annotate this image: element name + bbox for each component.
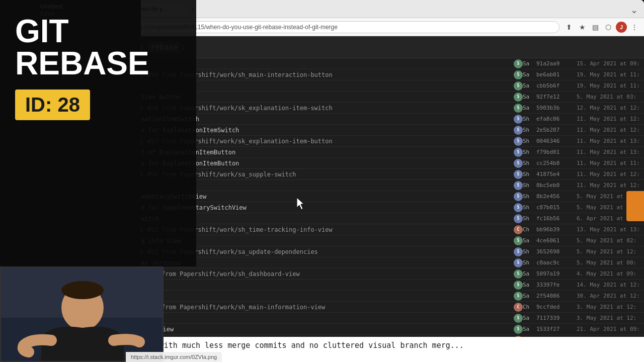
git-rebase-title: GIT REBASE	[15, 15, 181, 79]
hash: be6ab01	[533, 71, 574, 78]
hash: cc254b8	[533, 160, 574, 166]
date: 11. May 2021 at 13:	[574, 138, 644, 144]
author-col: SSh	[513, 247, 533, 256]
author-col: SSh	[513, 203, 533, 212]
author-col: SSh	[513, 137, 533, 146]
hash: 4ce6061	[533, 237, 574, 244]
date: 21. Apr 2021 at 09:	[574, 326, 644, 332]
date: 11. May 2021 at 13:	[574, 149, 644, 155]
hash: 33397fe	[533, 282, 574, 288]
hash: c87b015	[533, 204, 574, 211]
author-col: SSh	[513, 170, 533, 179]
toolbar-icons: ⬆ ★ ▤ ⬡ J ⋮	[564, 22, 640, 33]
author-col: SSa	[513, 104, 533, 113]
author-col: CCh	[513, 303, 533, 312]
author-col: SSh	[513, 126, 533, 135]
date: 19. May 2021 at 11:	[574, 82, 644, 89]
date: 3. May 2021 at 12:	[574, 304, 644, 310]
author-col: SSh	[513, 159, 533, 168]
hash: 3652698	[533, 248, 574, 255]
video-thumbnail	[0, 266, 164, 362]
author-col: SSh	[513, 258, 533, 267]
author-col: SSa	[513, 292, 533, 301]
hash: 7117339	[533, 315, 574, 321]
more-icon[interactable]: ⋮	[629, 22, 640, 33]
author-col: SSa	[513, 236, 533, 245]
hash: 8b2e456	[533, 193, 574, 200]
date: 5. May 2021 at 02:	[574, 237, 644, 244]
author-col: SSa	[513, 314, 533, 323]
hash: 0046346	[533, 138, 574, 144]
author-col: SSa	[513, 269, 533, 279]
bottom-url-bar: https://i.stack.imgur.com/0ZVla.png	[126, 352, 222, 362]
date: 13. May 2021 at 13:	[574, 226, 644, 233]
author-col: SSa	[513, 59, 533, 68]
bookmark-icon[interactable]: ★	[577, 22, 588, 33]
hash: f79bd01	[533, 149, 574, 155]
date: 12. May 2021 at 12:	[574, 105, 644, 111]
extensions-icon[interactable]: ⬡	[603, 22, 614, 33]
hash: bb96b39	[533, 226, 574, 233]
hash: 92f7e12	[533, 94, 574, 100]
orange-side-tab[interactable]	[626, 191, 644, 221]
date: 19. May 2021 at 11:	[574, 71, 644, 78]
hash: fc16b56	[533, 215, 574, 222]
date: 5. May 2021 at 03:	[574, 94, 644, 100]
hash: 1533f27	[533, 326, 574, 332]
author-col: SSa	[513, 325, 533, 334]
hash: efa8c06	[533, 116, 574, 122]
hash: 2f54086	[533, 293, 574, 299]
profile-icon[interactable]: J	[616, 22, 627, 33]
author-col: SSh	[513, 181, 533, 190]
author-col: SSa	[513, 93, 533, 102]
date: 30. Apr 2021 at 12:	[574, 293, 644, 299]
date: 3. May 2021 at 12:	[574, 315, 644, 321]
date: 14. May 2021 at 12:	[574, 282, 644, 288]
date: 4. May 2021 at 09:	[574, 270, 644, 277]
hash: 5097a19	[533, 270, 574, 277]
share-icon[interactable]: ⬆	[564, 22, 575, 33]
hash: 9ccfded	[533, 304, 574, 310]
date: 11. May 2021 at 12:	[574, 171, 644, 177]
date: 15. Apr 2021 at 09:	[574, 60, 644, 67]
hash: 5903b3b	[533, 105, 574, 111]
author-col: CCh	[513, 225, 533, 234]
hash: 0bc5eb0	[533, 182, 574, 189]
hash: 91a2aa9	[533, 60, 574, 67]
hash: 41875e4	[533, 171, 574, 177]
date: 11. May 2021 at 12:	[574, 116, 644, 122]
id-badge: ID: 28	[15, 89, 90, 120]
author-col: SSa	[513, 281, 533, 290]
author-col: SSa	[513, 70, 533, 79]
date: 5. May 2021 at 12:	[574, 248, 644, 255]
date: 5. May 2021 at 00:	[574, 259, 644, 266]
date: 11. May 2021 at 11:	[574, 160, 644, 166]
hash: cbb5b6f	[533, 82, 574, 89]
svg-point-68	[61, 281, 104, 299]
date: 11. May 2021 at 12:	[574, 127, 644, 133]
author-col: SSh	[513, 115, 533, 124]
date: 11. May 2021 at 12:	[574, 182, 644, 189]
sidebar-icon[interactable]: ▤	[590, 22, 601, 33]
author-col: SSh	[513, 192, 533, 201]
hash: 2e5b287	[533, 127, 574, 133]
video-person	[1, 267, 163, 361]
author-col: SSh	[513, 214, 533, 223]
author-col: SSh	[513, 148, 533, 157]
hash: c0aac9c	[533, 259, 574, 266]
author-col: SSa	[513, 81, 533, 90]
tab-list-button[interactable]: ⌄	[630, 5, 638, 16]
overlay-panel: GIT REBASE ID: 28	[0, 0, 196, 266]
